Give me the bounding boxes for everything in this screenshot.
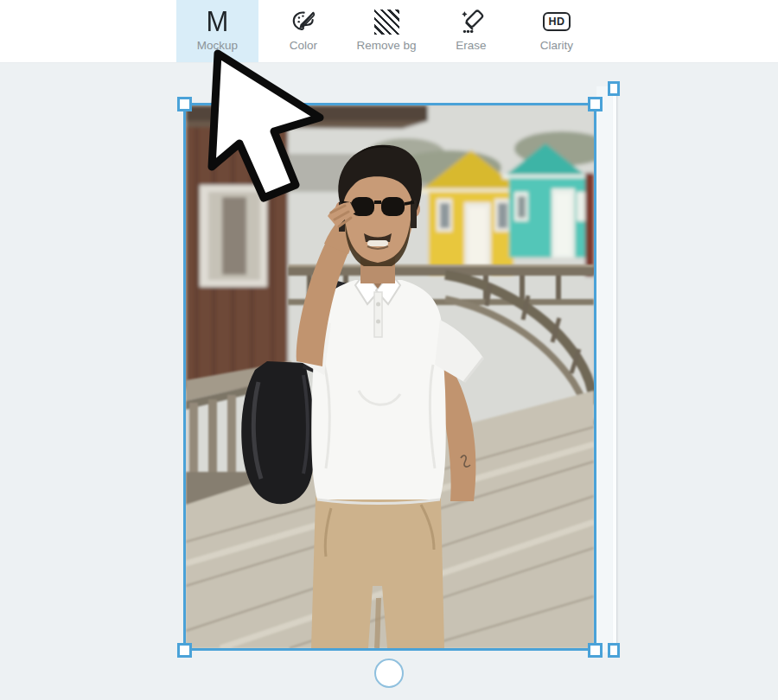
tool-clarity[interactable]: HD Clarity — [515, 0, 598, 62]
page-background-strip — [596, 86, 613, 652]
tool-color[interactable]: Color — [262, 0, 345, 62]
tool-label-color: Color — [290, 39, 317, 52]
tool-remove-bg[interactable]: Remove bg — [345, 0, 428, 62]
clarity-hd-icon: HD — [543, 6, 570, 37]
mockup-m-icon: M — [207, 6, 229, 37]
remove-bg-icon — [374, 6, 399, 37]
tool-label-mockup: Mockup — [197, 39, 238, 52]
tool-label-clarity: Clarity — [540, 39, 573, 52]
selection-handle-bottom-right[interactable] — [588, 643, 603, 658]
tool-mockup[interactable]: M Mockup — [176, 0, 258, 62]
color-palette-icon — [290, 6, 317, 37]
tool-erase[interactable]: Erase — [430, 0, 513, 62]
selection-handle-top-left[interactable] — [177, 97, 192, 111]
page-selection-handle-bottom[interactable] — [608, 643, 620, 658]
page-edge-selection-line — [613, 93, 616, 648]
tool-label-erase: Erase — [456, 39, 486, 52]
selection-handle-top-right[interactable] — [588, 97, 603, 111]
selected-image[interactable] — [183, 103, 596, 651]
top-toolbar: M Mockup Color Remove bg — [0, 0, 778, 63]
page-selection-handle-top[interactable] — [608, 81, 620, 96]
rotate-handle[interactable] — [374, 659, 404, 688]
erase-icon — [456, 6, 486, 37]
selection-handle-bottom-left[interactable] — [177, 643, 192, 658]
boardwalk-photo — [186, 105, 594, 648]
tool-label-remove-bg: Remove bg — [356, 39, 416, 52]
